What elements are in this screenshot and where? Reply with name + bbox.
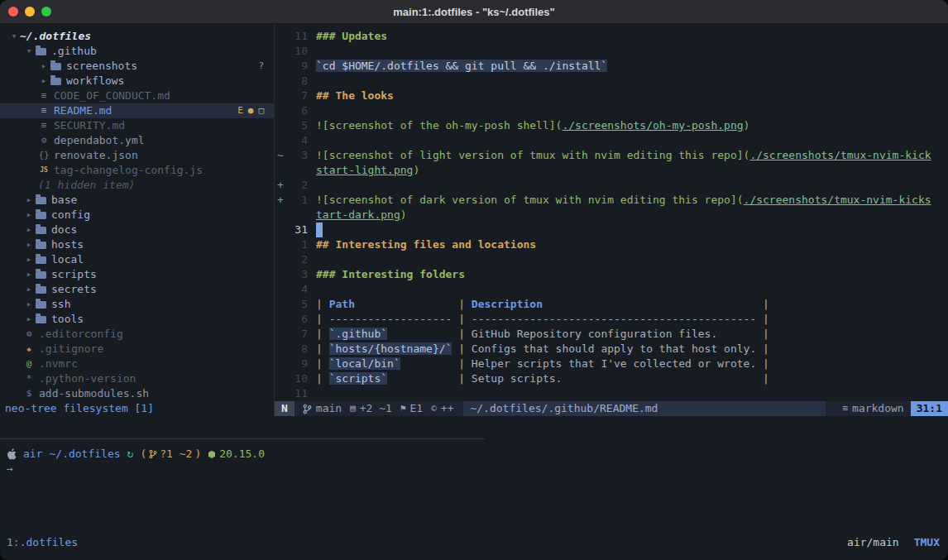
shell-prompt[interactable]: air ~/.dotfiles ↻ ( ?1 ~2 ) 20.15.0 bbox=[7, 447, 948, 462]
minimize-window-button[interactable] bbox=[25, 7, 35, 17]
editor-line[interactable]: 8| `hosts/{hostname}/` | Configs that sh… bbox=[275, 342, 948, 357]
gear-icon: ⚙ bbox=[38, 133, 50, 148]
editor-line[interactable]: 1## Interesting files and locations bbox=[275, 237, 948, 252]
editor-line[interactable]: +2 bbox=[275, 178, 948, 193]
editor-line[interactable]: 10| `scripts` | Setup scripts. | bbox=[275, 371, 948, 386]
tree-item-tag-changelog-config-js[interactable]: JStag-changelog-config.js bbox=[0, 163, 274, 178]
expander-icon[interactable]: ▸ bbox=[23, 208, 35, 223]
neotree-panel[interactable]: ▾~/.dotfiles▾.github▸screenshots?▸workfl… bbox=[0, 24, 275, 416]
editor-line[interactable]: 11### Updates bbox=[275, 29, 948, 44]
line-text: | `scripts` | Setup scripts. | bbox=[316, 371, 769, 386]
copilot-status: ++ bbox=[441, 401, 454, 416]
titlebar[interactable]: main:1:.dotfiles - "ks~/.dotfiles" bbox=[0, 0, 948, 24]
folder-icon bbox=[36, 227, 46, 234]
tree-item-security-md[interactable]: ≡SECURITY.md bbox=[0, 118, 274, 133]
gutter-sign bbox=[275, 312, 286, 327]
line-number bbox=[286, 208, 316, 223]
tree-item-renovate-json[interactable]: {}renovate.json bbox=[0, 148, 274, 163]
tree-item-ssh[interactable]: ▸ssh bbox=[0, 297, 274, 312]
tree-item-add-submodules-sh[interactable]: $add-submodules.sh bbox=[0, 386, 274, 401]
git-icon: ◆ bbox=[23, 342, 35, 357]
tree-item-scripts[interactable]: ▸scripts bbox=[0, 267, 274, 282]
line-number: 1 bbox=[286, 193, 316, 208]
editor-line[interactable]: 9`cd $HOME/.dotfiles && git pull && ./in… bbox=[275, 59, 948, 74]
line-number: 8 bbox=[286, 74, 316, 89]
editor-line[interactable]: start-light.png) bbox=[275, 163, 948, 178]
tree-item-python-version[interactable]: *.python-version bbox=[0, 371, 274, 386]
editor-line[interactable]: tart-dark.png) bbox=[275, 208, 948, 223]
tree-item-1-hidden-item[interactable]: (1 hidden item) bbox=[0, 178, 274, 193]
expander-icon[interactable]: ▾ bbox=[23, 44, 35, 59]
editor-line[interactable]: 31 bbox=[275, 223, 948, 237]
tree-item-dotfiles[interactable]: ▾~/.dotfiles bbox=[0, 29, 274, 44]
editor-line[interactable]: 4 bbox=[275, 133, 948, 148]
expander-icon[interactable]: ▾ bbox=[8, 29, 20, 44]
gutter-sign bbox=[275, 74, 286, 89]
filetype-icon: ≡ bbox=[842, 401, 848, 416]
editor-line[interactable]: 5![screenshot of the oh-my-posh shell](.… bbox=[275, 118, 948, 133]
expander-icon[interactable]: ▸ bbox=[23, 312, 35, 327]
tree-item-label: README.md bbox=[54, 103, 112, 118]
editor-line[interactable]: +1![screenshot of dark version of tmux w… bbox=[275, 193, 948, 208]
expander-icon[interactable]: ▸ bbox=[23, 237, 35, 252]
line-number: 6 bbox=[286, 312, 316, 327]
editor-line[interactable]: 3### Interesting folders bbox=[275, 267, 948, 282]
expander-icon[interactable]: ▸ bbox=[23, 223, 35, 237]
zoom-window-button[interactable] bbox=[41, 7, 51, 17]
editor-line[interactable]: 7## The looks bbox=[275, 89, 948, 103]
tree-item-hosts[interactable]: ▸hosts bbox=[0, 237, 274, 252]
editor-line[interactable]: 4 bbox=[275, 282, 948, 297]
gutter-sign bbox=[275, 252, 286, 267]
copilot-segment: © ++ bbox=[431, 401, 453, 416]
close-window-button[interactable] bbox=[8, 7, 18, 17]
tree-item-local[interactable]: ▸local bbox=[0, 252, 274, 267]
editor-line[interactable]: ~3![screenshot of light version of tmux … bbox=[275, 148, 948, 163]
gutter-sign bbox=[275, 59, 286, 74]
mode-indicator: N bbox=[275, 401, 294, 416]
expander-icon[interactable]: ▸ bbox=[23, 252, 35, 267]
tree-item-readme-md[interactable]: ≡README.mdE●□ bbox=[0, 103, 274, 118]
tree-item-docs[interactable]: ▸docs bbox=[0, 223, 274, 237]
tree-item-gitignore[interactable]: ◆.gitignore bbox=[0, 342, 274, 357]
git-sync-icon: ↻ bbox=[127, 447, 134, 462]
editor-line[interactable]: 6 bbox=[275, 103, 948, 118]
prompt-input-line[interactable]: → bbox=[7, 462, 948, 476]
tree-item-screenshots[interactable]: ▸screenshots? bbox=[0, 59, 274, 74]
expander-icon[interactable]: ▸ bbox=[23, 282, 35, 297]
tree-item-base[interactable]: ▸base bbox=[0, 193, 274, 208]
diagnostics-segment: ⚑ E1 bbox=[400, 401, 423, 416]
tree-item-config[interactable]: ▸config bbox=[0, 208, 274, 223]
editor-pane[interactable]: 11### Updates 10 9`cd $HOME/.dotfiles &&… bbox=[275, 24, 948, 416]
editor-line[interactable]: 6| ------------------- | ---------------… bbox=[275, 312, 948, 327]
editor-buffer[interactable]: 11### Updates 10 9`cd $HOME/.dotfiles &&… bbox=[275, 29, 948, 401]
tree-item-dependabot-yml[interactable]: ⚙dependabot.yml bbox=[0, 133, 274, 148]
editor-line[interactable]: 10 bbox=[275, 44, 948, 59]
editor-line[interactable]: 8 bbox=[275, 74, 948, 89]
expander-icon[interactable]: ▸ bbox=[23, 297, 35, 312]
tree-item-nvmrc[interactable]: @.nvmrc bbox=[0, 357, 274, 371]
tmux-window-label[interactable]: 1:.dotfiles bbox=[7, 535, 78, 550]
editor-line[interactable]: 9| `local/bin` | Helper scripts that I'v… bbox=[275, 357, 948, 371]
expander-icon[interactable]: ▸ bbox=[38, 74, 50, 89]
editor-line[interactable]: 2 bbox=[275, 252, 948, 267]
folder-icon bbox=[36, 316, 46, 323]
gutter-sign bbox=[275, 282, 286, 297]
tree-item-label: tools bbox=[51, 312, 84, 327]
expander-icon[interactable]: ▸ bbox=[23, 193, 35, 208]
line-number: 7 bbox=[286, 327, 316, 342]
node-icon bbox=[208, 450, 216, 459]
git-open-paren: ( bbox=[140, 447, 146, 462]
tree-item-github[interactable]: ▾.github bbox=[0, 44, 274, 59]
editor-line[interactable]: 5| Path | Description | bbox=[275, 297, 948, 312]
tree-item-tools[interactable]: ▸tools bbox=[0, 312, 274, 327]
line-number: 10 bbox=[286, 371, 316, 386]
tree-item-code-of-conduct-md[interactable]: ≡CODE_OF_CONDUCT.md bbox=[0, 89, 274, 103]
editor-line[interactable]: 11 bbox=[275, 386, 948, 401]
expander-icon[interactable]: ▸ bbox=[23, 267, 35, 282]
tree-item-secrets[interactable]: ▸secrets bbox=[0, 282, 274, 297]
tree-item-workflows[interactable]: ▸workflows bbox=[0, 74, 274, 89]
tree-item-editorconfig[interactable]: ⚙.editorconfig bbox=[0, 327, 274, 342]
expander-icon[interactable]: ▸ bbox=[38, 59, 50, 74]
editor-line[interactable]: 7| `.github` | GitHub Repository configu… bbox=[275, 327, 948, 342]
tree-item-badges: ? bbox=[258, 59, 264, 74]
